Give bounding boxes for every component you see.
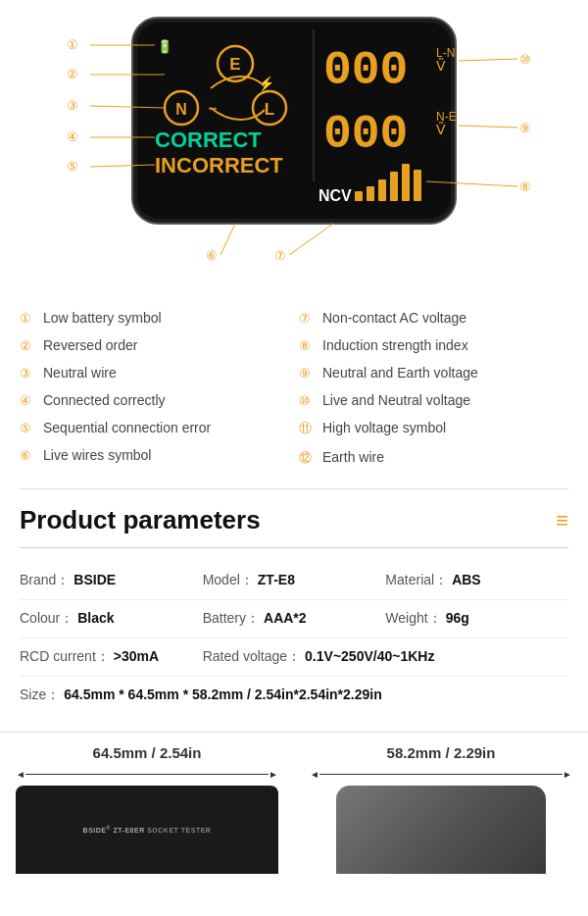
param-voltage: Rated voltage： 0.1V~250V/40~1KHz <box>203 648 568 666</box>
svg-text:①: ① <box>67 37 78 52</box>
param-model-value: ZT-E8 <box>258 572 295 587</box>
desc-item-7: ⑦ Non-contact AC voltage <box>299 304 568 331</box>
params-row-2: Colour： Black Battery： AAA*2 Weight： 96g <box>20 600 568 638</box>
dim-front: 64.5mm / 2.54in ◄ ► BSIDE® ZT-E8ER SOCKE… <box>0 733 294 874</box>
desc-text-2: Reversed order <box>43 337 138 353</box>
param-weight-value: 96g <box>446 610 469 626</box>
param-battery-value: AAA*2 <box>264 610 307 626</box>
dim-front-value: 64.5mm / 2.54in <box>93 744 202 761</box>
device-display-section: 🔋 E ⚡ N ↔ L CORRECT INCORRECT 000 L-N Ṽ … <box>0 0 588 294</box>
svg-line-38 <box>220 224 235 255</box>
desc-item-8: ⑧ Induction strength index <box>299 331 568 359</box>
desc-num-12: ⑫ <box>299 449 317 467</box>
params-list-icon: ≡ <box>556 508 568 534</box>
desc-item-11: ⑪ High voltage symbol <box>299 414 568 443</box>
desc-num-5: ⑤ <box>20 421 37 435</box>
svg-rect-23 <box>378 179 386 201</box>
svg-text:N: N <box>175 101 187 118</box>
svg-text:④: ④ <box>67 129 78 144</box>
svg-text:③: ③ <box>67 98 78 113</box>
descriptions-section: ① Low battery symbol ② Reversed order ③ … <box>0 294 588 488</box>
svg-text:Ṽ: Ṽ <box>436 58 446 74</box>
svg-text:CORRECT: CORRECT <box>155 127 262 152</box>
dim-side-value: 58.2mm / 2.29in <box>387 744 496 761</box>
param-weight-label: Weight： <box>385 610 441 628</box>
desc-num-1: ① <box>20 311 37 326</box>
param-battery-label: Battery： <box>203 610 260 628</box>
device-front-img: BSIDE® ZT-E8ER SOCKET TESTER <box>16 786 278 874</box>
param-colour-label: Colour： <box>20 610 74 628</box>
svg-line-40 <box>289 224 333 255</box>
dim-side: 58.2mm / 2.29in ◄ ► <box>294 733 588 874</box>
desc-item-2: ② Reversed order <box>20 331 289 359</box>
desc-num-9: ⑨ <box>299 366 317 381</box>
param-brand-value: BSIDE <box>74 572 116 587</box>
svg-text:E: E <box>229 55 240 74</box>
svg-text:L: L <box>265 100 274 119</box>
svg-rect-26 <box>414 170 421 201</box>
svg-text:INCORRECT: INCORRECT <box>155 153 283 178</box>
desc-item-9: ⑨ Neutral and Earth voltage <box>299 359 568 386</box>
params-header: Product parameters ≡ <box>20 505 568 535</box>
svg-text:⑨: ⑨ <box>519 121 531 135</box>
desc-item-12: ⑫ Earth wire <box>299 443 568 473</box>
desc-text-6: Live wires symbol <box>43 447 151 463</box>
device-side-img <box>336 786 546 874</box>
svg-line-46 <box>459 59 517 61</box>
param-material: Material： ABS <box>385 572 568 589</box>
params-row-3: RCD current： >30mA Rated voltage： 0.1V~2… <box>20 638 568 677</box>
desc-text-4: Connected correctly <box>43 392 166 408</box>
param-voltage-value: 0.1V~250V/40~1KHz <box>305 648 434 664</box>
desc-text-10: Live and Neutral voltage <box>322 392 470 408</box>
param-material-value: ABS <box>452 572 481 587</box>
desc-text-9: Neutral and Earth voltage <box>322 365 478 381</box>
desc-text-8: Induction strength index <box>322 337 468 353</box>
svg-rect-24 <box>390 172 398 201</box>
param-brand: Brand： BSIDE <box>20 572 203 589</box>
param-voltage-label: Rated voltage： <box>203 648 301 666</box>
param-weight: Weight： 96g <box>385 610 568 628</box>
desc-text-7: Non-contact AC voltage <box>322 310 466 326</box>
desc-text-5: Sequential connection error <box>43 420 211 435</box>
svg-text:②: ② <box>67 67 78 81</box>
svg-text:⑦: ⑦ <box>274 248 286 263</box>
desc-num-2: ② <box>20 338 37 353</box>
param-size-value: 64.5mm * 64.5mm * 58.2mm / 2.54in*2.54in… <box>64 687 382 702</box>
desc-num-7: ⑦ <box>299 311 317 326</box>
param-model: Model： ZT-E8 <box>203 572 386 589</box>
svg-text:↔: ↔ <box>206 100 220 116</box>
param-colour-value: Black <box>77 610 114 626</box>
desc-num-3: ③ <box>20 366 37 381</box>
dim-front-arrow: ◄ ► <box>16 769 278 780</box>
desc-item-10: ⑩ Live and Neutral voltage <box>299 386 568 414</box>
params-section: Product parameters ≡ Brand： BSIDE Model：… <box>0 489 588 724</box>
param-size: Size： 64.5mm * 64.5mm * 58.2mm / 2.54in*… <box>20 687 568 704</box>
param-rcd-value: >30mA <box>114 648 159 664</box>
param-battery: Battery： AAA*2 <box>203 610 386 628</box>
params-row-4: Size： 64.5mm * 64.5mm * 58.2mm / 2.54in*… <box>20 677 568 714</box>
params-row-1: Brand： BSIDE Model： ZT-E8 Material： ABS <box>20 562 568 600</box>
svg-text:⑤: ⑤ <box>67 159 78 174</box>
desc-text-11: High voltage symbol <box>322 420 446 435</box>
desc-text-1: Low battery symbol <box>43 310 162 326</box>
svg-text:⑥: ⑥ <box>206 248 218 263</box>
svg-text:⑩: ⑩ <box>519 52 531 67</box>
dim-side-arrow: ◄ ► <box>310 769 572 780</box>
svg-text:NCV: NCV <box>318 187 352 204</box>
param-brand-label: Brand： <box>20 572 70 589</box>
desc-text-3: Neutral wire <box>43 365 117 381</box>
svg-text:000: 000 <box>323 108 408 161</box>
device-front-label: BSIDE® ZT-E8ER SOCKET TESTER <box>83 825 212 835</box>
svg-rect-21 <box>355 191 363 201</box>
desc-num-4: ④ <box>20 393 37 408</box>
svg-line-44 <box>459 126 517 127</box>
desc-item-1: ① Low battery symbol <box>20 304 289 331</box>
svg-text:⑧: ⑧ <box>519 179 531 194</box>
svg-text:Ṽ: Ṽ <box>436 122 446 137</box>
param-model-label: Model： <box>203 572 254 589</box>
svg-text:🔋: 🔋 <box>157 38 173 55</box>
desc-num-6: ⑥ <box>20 448 37 463</box>
param-colour: Colour： Black <box>20 610 203 628</box>
param-material-label: Material： <box>385 572 448 589</box>
desc-item-4: ④ Connected correctly <box>20 386 289 414</box>
